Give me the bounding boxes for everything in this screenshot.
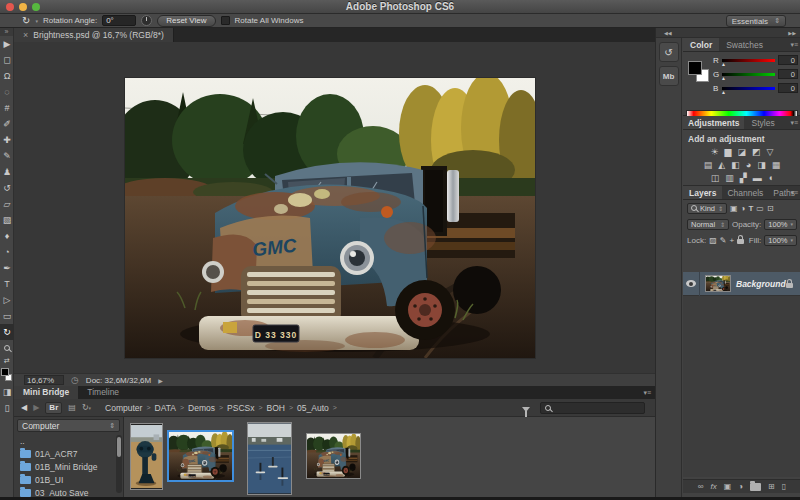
canvas-pasteboard[interactable]: GMC D 33 330 bbox=[14, 42, 655, 373]
screen-mode-button[interactable]: ▯ bbox=[0, 400, 14, 416]
thumbnail-truck-selected[interactable] bbox=[167, 430, 234, 482]
link-layers-icon[interactable]: ∞ bbox=[698, 482, 704, 491]
gradient-map-icon[interactable]: ▬ bbox=[753, 173, 762, 184]
foreground-background-swatches[interactable] bbox=[0, 366, 14, 384]
recent-items-icon[interactable]: ▤ bbox=[68, 403, 76, 412]
channel-mixer-icon[interactable]: ◨ bbox=[757, 160, 766, 171]
tool-lasso[interactable]: Ω bbox=[0, 68, 14, 84]
delete-layer-icon[interactable]: ▯ bbox=[782, 482, 786, 491]
selective-color-icon[interactable]: ◖ bbox=[768, 173, 773, 184]
reset-view-button[interactable]: Reset View bbox=[157, 15, 215, 27]
add-layer-mask-icon[interactable]: ▣ bbox=[724, 482, 732, 491]
tool-healing-brush[interactable]: ✚ bbox=[0, 132, 14, 148]
tab-timeline[interactable]: Timeline bbox=[78, 386, 128, 399]
tab-styles[interactable]: Styles bbox=[744, 116, 781, 129]
blend-mode-dropdown[interactable]: Normal ⇕ bbox=[687, 219, 729, 230]
new-adjustment-layer-icon[interactable]: ◑ bbox=[738, 482, 743, 491]
black-white-icon[interactable]: ◧ bbox=[731, 160, 740, 171]
tool-history-brush[interactable]: ↺ bbox=[0, 180, 14, 196]
filter-shape-layers-icon[interactable]: ▭ bbox=[756, 204, 764, 213]
tree-scrollbar-thumb[interactable] bbox=[117, 437, 121, 457]
tab-mini-bridge[interactable]: Mini Bridge bbox=[14, 386, 78, 399]
foreground-swatch[interactable] bbox=[688, 61, 702, 75]
tree-item-01b-ui[interactable]: 01B_UI bbox=[14, 473, 123, 486]
launch-bridge-button[interactable]: Br bbox=[45, 402, 62, 414]
filter-smart-objects-icon[interactable]: ⊡ bbox=[767, 204, 774, 213]
tab-color[interactable]: Color bbox=[683, 38, 719, 51]
tool-clone-stamp[interactable]: ♟ bbox=[0, 164, 14, 180]
layer-style-icon[interactable]: fx bbox=[710, 482, 716, 491]
workspace-switcher[interactable]: Essentials ⇕ bbox=[726, 15, 786, 27]
layer-visibility-cell[interactable] bbox=[683, 272, 700, 296]
breadcrumb-computer[interactable]: Computer bbox=[105, 403, 142, 413]
layer-name[interactable]: Background bbox=[736, 279, 786, 289]
canvas-image[interactable]: GMC D 33 330 bbox=[125, 78, 535, 358]
tree-item-03-auto-save[interactable]: 03_Auto Save bbox=[14, 486, 123, 497]
filter-adjustment-layers-icon[interactable]: ◑ bbox=[741, 204, 746, 213]
tool-eraser[interactable]: ▱ bbox=[0, 196, 14, 212]
forward-icon[interactable]: ▶ bbox=[33, 403, 39, 412]
tool-blur[interactable]: ♦ bbox=[0, 228, 14, 244]
tab-channels[interactable]: Channels bbox=[722, 186, 768, 199]
breadcrumb-05-auto[interactable]: 05_Auto bbox=[297, 403, 329, 413]
tool-path-selection[interactable]: ▷ bbox=[0, 292, 14, 308]
new-group-icon[interactable] bbox=[750, 483, 761, 491]
document-tab[interactable]: × Brightness.psd @ 16,7% (RGB/8*) bbox=[14, 28, 174, 42]
tool-marquee[interactable]: ◻ bbox=[0, 52, 14, 68]
tool-move[interactable]: ▶ bbox=[0, 36, 14, 52]
tool-crop[interactable]: # bbox=[0, 100, 14, 116]
toolbox-collapse-icon[interactable]: » bbox=[0, 28, 13, 36]
tool-shape[interactable]: ▭ bbox=[0, 308, 14, 324]
breadcrumb-demos[interactable]: Demos bbox=[188, 403, 215, 413]
rotate-view-tool-icon[interactable]: ↻ bbox=[22, 15, 30, 26]
breadcrumb-data[interactable]: DATA bbox=[155, 403, 176, 413]
filter-funnel-icon[interactable] bbox=[522, 405, 530, 414]
expand-panels-icon[interactable]: ◀◀ bbox=[664, 30, 672, 36]
vibrance-icon[interactable]: ▽ bbox=[767, 147, 774, 158]
green-value[interactable]: 0 bbox=[778, 69, 798, 79]
color-panel-swatches[interactable] bbox=[688, 61, 710, 83]
tab-layers[interactable]: Layers bbox=[683, 186, 722, 199]
tree-root-dropdown[interactable]: Computer ⇕ bbox=[17, 419, 120, 432]
back-icon[interactable]: ◀ bbox=[21, 403, 27, 412]
tool-zoom[interactable] bbox=[0, 340, 14, 356]
tool-brush[interactable]: ✎ bbox=[0, 148, 14, 164]
tab-adjustments[interactable]: Adjustments bbox=[683, 116, 744, 129]
breadcrumb-pscsx[interactable]: PSCSx bbox=[227, 403, 254, 413]
color-lookup-icon[interactable]: ▦ bbox=[772, 160, 781, 171]
mini-bridge-menu-icon[interactable]: ▾≡ bbox=[643, 386, 651, 399]
foreground-color-swatch[interactable] bbox=[1, 368, 9, 376]
blue-slider[interactable]: ▲ bbox=[722, 87, 775, 90]
rotation-angle-input[interactable]: 0° bbox=[102, 15, 136, 26]
fill-field[interactable]: 100% ▾ bbox=[764, 235, 797, 246]
quick-mask-button[interactable]: ◨ bbox=[0, 384, 14, 400]
tree-item-01b-mini-bridge[interactable]: 01B_Mini Bridge bbox=[14, 460, 123, 473]
filter-pixel-layers-icon[interactable]: ▣ bbox=[730, 204, 738, 213]
layer-thumbnail[interactable] bbox=[705, 275, 731, 292]
posterize-icon[interactable]: ▥ bbox=[725, 173, 734, 184]
thumbnail-paddleboarders[interactable] bbox=[247, 422, 292, 495]
curves-icon[interactable]: ◪ bbox=[738, 147, 747, 158]
thumbnail-viewer-photo[interactable] bbox=[130, 423, 163, 490]
kind-filter-dropdown[interactable]: Kind ⇕ bbox=[687, 203, 727, 214]
lock-pixels-icon[interactable]: ✎ bbox=[720, 236, 727, 245]
threshold-icon[interactable]: ▞ bbox=[740, 173, 747, 184]
photo-filter-icon[interactable]: ◕ bbox=[746, 160, 751, 171]
tool-dodge[interactable]: ◔ bbox=[0, 244, 14, 260]
exposure-icon[interactable]: ◩ bbox=[752, 147, 761, 158]
lock-position-icon[interactable]: + bbox=[729, 236, 734, 245]
minimize-window-button[interactable] bbox=[19, 3, 27, 11]
search-box[interactable] bbox=[540, 402, 645, 414]
tool-gradient[interactable]: ▧ bbox=[0, 212, 14, 228]
zoom-window-button[interactable] bbox=[32, 3, 40, 11]
lock-transparency-icon[interactable]: ▨ bbox=[709, 236, 717, 245]
collapse-panels-icon[interactable]: ▶▶ bbox=[788, 30, 796, 36]
tool-rotate-view[interactable]: ↻ bbox=[0, 324, 14, 340]
tool-type[interactable]: T bbox=[0, 276, 14, 292]
thumbnail-truck-2[interactable] bbox=[306, 433, 361, 479]
new-layer-icon[interactable]: ⊞ bbox=[768, 482, 775, 491]
adjustments-panel-menu-icon[interactable]: ▾≡ bbox=[790, 116, 798, 130]
hue-saturation-icon[interactable]: ▤ bbox=[704, 160, 713, 171]
close-window-button[interactable] bbox=[6, 3, 14, 11]
brightness-contrast-icon[interactable]: ☀ bbox=[711, 147, 719, 158]
